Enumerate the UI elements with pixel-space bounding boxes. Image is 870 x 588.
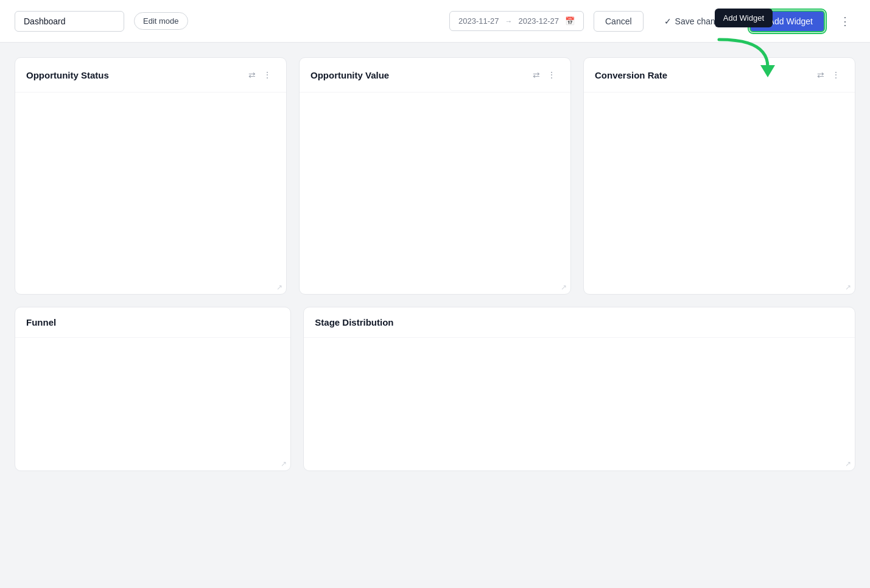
filter-icon-2: ⇄ xyxy=(533,70,540,80)
widget-more-button-3[interactable]: ⋮ xyxy=(828,68,844,82)
widget-title-conversion-rate: Conversion Rate xyxy=(595,70,813,80)
widget-conversion-rate: Conversion Rate ⇄ ⋮ ↗ xyxy=(583,57,855,295)
widget-title-opportunity-value: Opportunity Value xyxy=(310,70,529,80)
widget-body-2: ↗ xyxy=(300,93,570,294)
check-icon: ✓ xyxy=(664,16,672,26)
date-arrow-icon: → xyxy=(505,17,513,26)
widget-more-button-1[interactable]: ⋮ xyxy=(259,68,275,82)
widget-header-opportunity-value: Opportunity Value ⇄ ⋮ xyxy=(300,58,570,93)
dashboard-input[interactable] xyxy=(15,11,124,32)
resize-handle-2[interactable]: ↗ xyxy=(561,283,567,292)
cancel-button[interactable]: Cancel xyxy=(594,11,644,32)
more-dots-icon: ⋮ xyxy=(840,15,851,27)
widget-filter-button-2[interactable]: ⇄ xyxy=(529,68,544,82)
widget-row-1: Opportunity Status ⇄ ⋮ ↗ Opportunity Val… xyxy=(15,57,855,295)
more-icon-1: ⋮ xyxy=(263,70,272,80)
tooltip-label: Add Widget xyxy=(723,13,764,23)
widget-more-button-2[interactable]: ⋮ xyxy=(544,68,560,82)
widget-stage-distribution: Stage Distribution ↗ xyxy=(303,307,855,471)
edit-mode-button[interactable]: Edit mode xyxy=(134,12,188,30)
widget-filter-button-1[interactable]: ⇄ xyxy=(245,68,259,82)
widget-header-funnel: Funnel xyxy=(15,307,290,338)
widget-title-funnel: Funnel xyxy=(26,317,279,327)
cancel-label: Cancel xyxy=(605,16,632,26)
more-icon-2: ⋮ xyxy=(547,70,556,80)
widget-body-1: ↗ xyxy=(15,93,286,294)
date-end: 2023-12-27 xyxy=(519,16,560,26)
widget-title-stage-distribution: Stage Distribution xyxy=(315,317,844,327)
date-start: 2023-11-27 xyxy=(458,16,499,26)
widget-opportunity-status: Opportunity Status ⇄ ⋮ ↗ xyxy=(15,57,287,295)
widget-opportunity-value: Opportunity Value ⇄ ⋮ ↗ xyxy=(299,57,571,295)
filter-icon-1: ⇄ xyxy=(248,70,256,80)
date-range-picker[interactable]: 2023-11-27 → 2023-12-27 📅 xyxy=(449,11,584,31)
more-options-button[interactable]: ⋮ xyxy=(835,12,855,30)
widget-header-conversion-rate: Conversion Rate ⇄ ⋮ xyxy=(584,58,855,93)
widget-body-stage-distribution: ↗ xyxy=(304,338,855,471)
widget-title-opportunity-status: Opportunity Status xyxy=(26,70,245,80)
widget-header-opportunity-status: Opportunity Status ⇄ ⋮ xyxy=(15,58,286,93)
main-content: Opportunity Status ⇄ ⋮ ↗ Opportunity Val… xyxy=(0,43,870,486)
resize-handle-funnel[interactable]: ↗ xyxy=(281,460,287,468)
widget-body-3: ↗ xyxy=(584,93,855,294)
widget-funnel: Funnel ↗ xyxy=(15,307,291,471)
resize-handle-3[interactable]: ↗ xyxy=(845,283,851,292)
add-widget-tooltip: Add Widget xyxy=(715,9,773,27)
resize-handle-1[interactable]: ↗ xyxy=(276,283,282,292)
calendar-icon: 📅 xyxy=(565,16,575,26)
widget-filter-button-3[interactable]: ⇄ xyxy=(813,68,828,82)
more-icon-3: ⋮ xyxy=(832,70,840,80)
edit-mode-label: Edit mode xyxy=(143,16,179,26)
widget-row-2: Funnel ↗ Stage Distribution ↗ xyxy=(15,307,855,471)
widget-header-stage-distribution: Stage Distribution xyxy=(304,307,855,338)
filter-icon-3: ⇄ xyxy=(817,70,824,80)
resize-handle-stage[interactable]: ↗ xyxy=(845,460,851,468)
widget-body-funnel: ↗ xyxy=(15,338,290,471)
